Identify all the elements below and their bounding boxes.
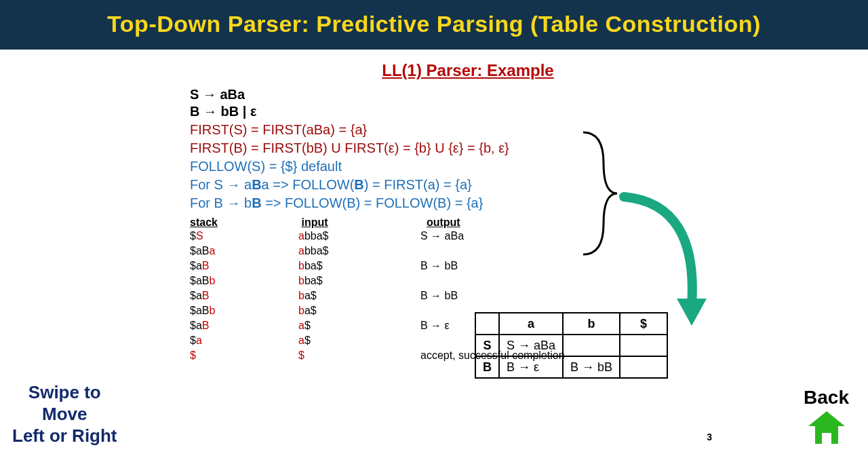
grammar-rule-1: S → aBa	[190, 87, 678, 102]
subtitle: LL(1) Parser: Example	[258, 61, 678, 80]
back-button[interactable]: Back	[804, 387, 849, 446]
page-title: Top-Down Parser: Predictive Parsing (Tab…	[0, 0, 868, 50]
swipe-hint: Swipe to Move Left or Right	[12, 381, 117, 446]
pt-corner	[475, 313, 499, 335]
pt-col-dollar: $	[620, 313, 667, 335]
trace-row: $aBaabba$	[190, 244, 678, 259]
svg-marker-0	[677, 299, 707, 326]
parse-table: a b $ S S → aBa B B → ε B → bB	[475, 312, 668, 379]
first-b: FIRST(B) = FIRST(bB) U FIRST(ε) = {b} U …	[190, 140, 678, 156]
rule2-lhs: B	[190, 104, 199, 119]
trace-col-input: input	[301, 216, 423, 229]
grammar-rule-2: B → bB | ε	[190, 104, 678, 119]
follow-s: FOLLOW(S) = {$} default	[190, 159, 678, 174]
follow-rule-b: For B → bB => FOLLOW(B) = FOLLOW(B) = {a…	[190, 195, 678, 211]
pt-col-a: a	[499, 313, 563, 335]
pt-row-s: S S → aBa	[475, 335, 667, 356]
trace-col-stack: stack	[190, 216, 298, 229]
back-label: Back	[804, 387, 849, 408]
trace-row: $Sabba$S → aBa	[190, 229, 678, 244]
page-number: 3	[707, 432, 712, 442]
rule2-rhs: bB | ε	[221, 104, 257, 119]
pt-col-b: b	[563, 313, 620, 335]
rule1-rhs: aBa	[220, 87, 245, 102]
svg-marker-1	[808, 411, 845, 444]
trace-col-output: output	[427, 216, 460, 229]
trace-row: $aBba$B → bB	[190, 288, 678, 303]
follow-rule-s: For S → aBa => FOLLOW(B) = FIRST(a) = {a…	[190, 177, 678, 193]
rule1-lhs: S	[190, 87, 199, 102]
first-s: FIRST(S) = FIRST(aBa) = {a}	[190, 122, 678, 138]
home-icon	[808, 411, 845, 444]
trace-row: $aBbbba$	[190, 273, 678, 288]
trace-row: $aBbba$B → bB	[190, 259, 678, 273]
pt-row-b: B B → ε B → bB	[475, 356, 667, 378]
trace-header: stack input output	[190, 216, 678, 229]
